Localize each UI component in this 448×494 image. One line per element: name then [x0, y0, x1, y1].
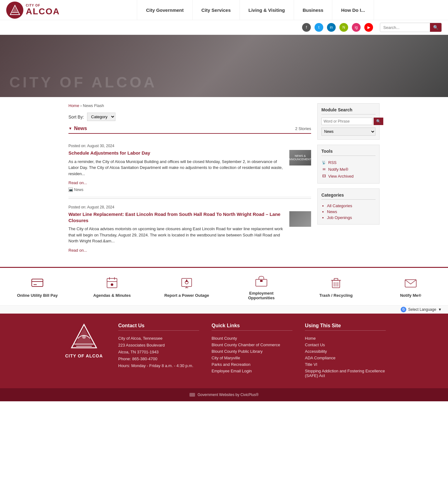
footer-site-accessibility[interactable]: Accessibility: [305, 348, 386, 355]
archive-icon: 🎞: [321, 174, 326, 179]
tool-archived-label: View Archived: [328, 174, 353, 179]
category-all[interactable]: All Categories: [327, 203, 376, 209]
nav-living-visiting[interactable]: Living & Visiting: [240, 0, 294, 20]
footer-quick-links-col: Quick Links Blount County Blount County …: [212, 323, 292, 379]
main-container: Home › News Flash Sort By: Category Date…: [62, 97, 386, 267]
svg-marker-17: [185, 279, 188, 282]
twitter-icon[interactable]: t: [315, 23, 323, 32]
read-on-1[interactable]: Read on...: [68, 180, 87, 185]
power-icon: [179, 275, 194, 291]
tools-module: Tools 📡 RSS ✉ Notify Me® 🎞 View Archived: [317, 145, 380, 184]
quick-link-notify-label: Notify Me®: [400, 293, 421, 298]
breadcrumb-home[interactable]: Home: [68, 103, 79, 108]
news-excerpt-2: The City of Alcoa advises motorists on u…: [68, 226, 286, 244]
nav-business[interactable]: Business: [294, 0, 333, 20]
footer-site-contact[interactable]: Contact Us: [305, 342, 386, 348]
breadcrumb-current: News Flash: [83, 103, 104, 108]
quick-link-power[interactable]: Report a Power Outage: [162, 275, 212, 298]
news-excerpt-1: As a reminder, the City of Alcoa Municip…: [68, 159, 286, 177]
quick-link-trash[interactable]: Trash / Recycling: [311, 275, 361, 298]
sort-label: Sort By:: [68, 114, 84, 119]
quick-link-employment[interactable]: Employment Opportunities: [236, 273, 286, 300]
category-news[interactable]: News: [327, 209, 376, 215]
footer-logo-name: CITY OF ALCOA: [65, 353, 103, 358]
quick-link-notify[interactable]: Notify Me®: [386, 275, 436, 298]
svg-rect-6: [107, 278, 117, 288]
social-bar: f t in N ig ▶ 🔍: [0, 20, 448, 35]
news-text-1: Schedule Adjustments for Labor Day As a …: [68, 150, 286, 185]
search-input[interactable]: [380, 24, 430, 31]
footer-site-ada[interactable]: ADA Compliance: [305, 355, 386, 361]
bottom-footer-label: Government Websites by CivicPlus®: [198, 393, 259, 397]
tool-notify[interactable]: ✉ Notify Me®: [321, 166, 376, 173]
nav-city-government[interactable]: City Government: [137, 0, 193, 20]
footer-site-title-vi[interactable]: Title VI: [305, 361, 386, 368]
news-date-1: Posted on: August 30, 2024: [68, 144, 311, 148]
footer-link-parks[interactable]: Parks and Recreation: [212, 361, 292, 368]
search-button[interactable]: 🔍: [430, 23, 441, 32]
nextdoor-icon[interactable]: N: [339, 23, 348, 32]
news-title-1[interactable]: Schedule Adjustments for Labor Day: [68, 150, 286, 156]
linkedin-icon[interactable]: in: [327, 23, 336, 32]
quick-link-agendas-label: Agendas & Minutes: [93, 293, 131, 298]
sidebar: Module Search 🔍 News All Job Openings To…: [317, 103, 380, 258]
content-area: Home › News Flash Sort By: Category Date…: [68, 103, 311, 258]
sort-select[interactable]: Category Date Title: [87, 113, 115, 121]
news-section-label: News: [74, 126, 87, 131]
svg-rect-22: [334, 278, 338, 280]
site-footer: CITY OF ALCOA Contact Us City of Alcoa, …: [0, 314, 448, 388]
stories-count: 2 Stories: [295, 126, 311, 131]
news-item-2: Posted on: August 28, 2024 Water Line Re…: [68, 200, 311, 258]
breadcrumb: Home › News Flash: [68, 103, 311, 108]
category-label-1: News: [74, 188, 83, 192]
footer-link-blount[interactable]: Blount County: [212, 335, 292, 342]
module-search-select[interactable]: News All Job Openings: [321, 128, 376, 136]
civicplus-icon: [189, 393, 195, 397]
footer-link-maryville[interactable]: City of Maryville: [212, 355, 292, 361]
translate-arrow: ▼: [438, 307, 442, 312]
quick-link-utility[interactable]: Online Utility Bill Pay: [12, 275, 62, 298]
svg-point-31: [82, 335, 86, 339]
site-logo[interactable]: CITY OF ALCOA: [6, 2, 60, 19]
news-title-row: ▼ News: [68, 126, 87, 131]
footer-link-library[interactable]: Blount County Public Library: [212, 348, 292, 355]
logo-text: CITY OF ALCOA: [26, 4, 60, 16]
footer-site-home[interactable]: Home: [305, 335, 386, 342]
footer-site-safe[interactable]: Stopping Addiction and Fostering Excelle…: [305, 368, 386, 379]
news-thumbnail-1: NEWS & ANNOUNCEMENTS: [289, 150, 311, 165]
instagram-icon[interactable]: ig: [352, 23, 361, 32]
hero-banner: CITY OF ALCOA: [0, 35, 448, 97]
categories-title: Categories: [321, 193, 376, 200]
footer-link-email[interactable]: Employee Email Login: [212, 368, 292, 374]
notify-footer-icon: [403, 275, 418, 291]
news-thumbnail-2: [289, 211, 311, 227]
tool-archived[interactable]: 🎞 View Archived: [321, 173, 376, 179]
category-jobs[interactable]: Job Openings: [327, 215, 376, 221]
footer-quick-links: Online Utility Bill Pay Agendas & Minute…: [0, 267, 448, 305]
footer-logo: CITY OF ALCOA: [62, 323, 106, 379]
translate-label[interactable]: Select Language: [408, 307, 436, 312]
tool-rss[interactable]: 📡 RSS: [321, 159, 376, 166]
employment-icon: [254, 273, 269, 288]
footer-phone[interactable]: Phone: 865-380-4700: [118, 356, 199, 362]
hero-city-text: CITY OF ALCOA: [9, 74, 157, 91]
quick-link-agendas[interactable]: Agendas & Minutes: [87, 275, 137, 298]
youtube-icon[interactable]: ▶: [364, 23, 373, 32]
nav-how-do-i[interactable]: How Do I...: [332, 0, 374, 20]
news-item-1: Posted on: August 30, 2024 Schedule Adju…: [68, 139, 311, 197]
news-title-2[interactable]: Water Line Replacement: East Lincoln Roa…: [68, 211, 286, 223]
read-on-2[interactable]: Read on...: [68, 248, 87, 253]
module-search-button[interactable]: 🔍: [374, 118, 383, 125]
footer-using-site-list: Home Contact Us Accessibility ADA Compli…: [305, 335, 386, 379]
translate-bar: G Select Language ▼: [0, 305, 448, 314]
footer-hours: Hours: Monday - Friday 8 a.m. - 4:30 p.m…: [118, 362, 199, 369]
facebook-icon[interactable]: f: [302, 23, 311, 32]
news-section-header: ▼ News 2 Stories: [68, 126, 311, 134]
module-search-input[interactable]: [321, 118, 372, 125]
alcoa-label: ALCOA: [26, 7, 60, 16]
footer-link-chamber[interactable]: Blount County Chamber of Commerce: [212, 342, 292, 348]
footer-inner: CITY OF ALCOA Contact Us City of Alcoa, …: [62, 323, 386, 379]
nav-city-services[interactable]: City Services: [193, 0, 240, 20]
footer-quick-links-list: Blount County Blount County Chamber of C…: [212, 335, 292, 374]
triangle-icon: ▼: [68, 126, 72, 131]
